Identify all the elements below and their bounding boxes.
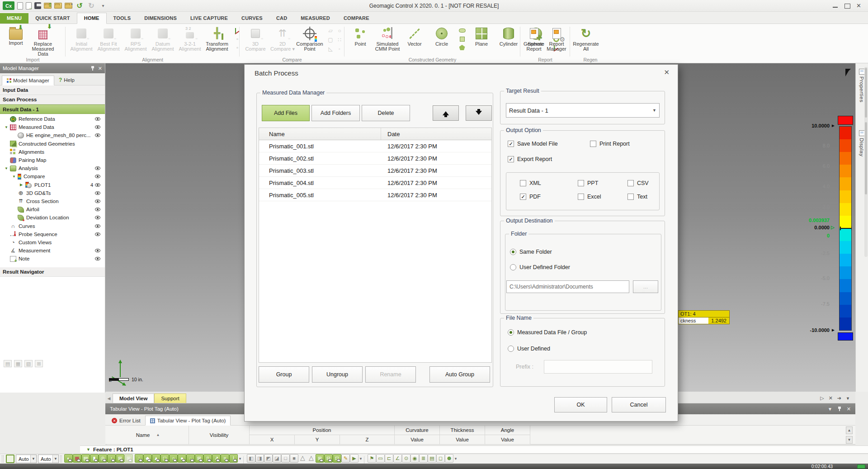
view-tab[interactable]: Model View: [113, 393, 154, 403]
column-visibility[interactable]: Visibility: [189, 426, 250, 445]
toolbar-icon[interactable]: ⊕: [445, 454, 453, 463]
cancel-button[interactable]: Cancel: [612, 397, 666, 412]
toolbar-icon[interactable]: ◨: [255, 454, 264, 463]
measured-data-file-radio[interactable]: Measured Data File / Group: [508, 329, 587, 336]
toolbar-icon[interactable]: ✎: [341, 454, 350, 463]
ribbon-button[interactable]: RPS Alignment: [123, 26, 149, 52]
save-model-file-checkbox[interactable]: Save Model File: [508, 141, 558, 147]
toolbar-icon[interactable]: ◌: [186, 454, 195, 463]
section-input-data[interactable]: Input Data: [0, 85, 105, 95]
qat-icon[interactable]: [54, 3, 62, 9]
tree-item[interactable]: Pairing Map: [0, 156, 105, 164]
toolbar-icon[interactable]: ▤: [428, 454, 436, 463]
tree-item[interactable]: Measured Data: [0, 123, 105, 131]
visibility-eye-icon[interactable]: [95, 257, 100, 261]
column-thickness[interactable]: Thickness: [440, 426, 485, 435]
column-date[interactable]: Date: [381, 131, 400, 137]
toolbar-icon[interactable]: ◧: [247, 454, 255, 463]
colorbar-max-swatch[interactable]: [838, 116, 853, 125]
qat-icon[interactable]: ▾: [99, 1, 108, 10]
visibility-eye-icon[interactable]: [95, 125, 100, 129]
format-checkbox[interactable]: Text: [627, 194, 673, 200]
toolbar-icon[interactable]: ⊡: [333, 454, 341, 463]
ribbon-tab[interactable]: CAD: [269, 13, 294, 24]
ribbon-tab[interactable]: DIMENSIONS: [137, 13, 184, 24]
polygon-icon[interactable]: [458, 44, 466, 51]
tree-item[interactable]: Compare: [0, 172, 105, 180]
ribbon-tab[interactable]: MENU: [0, 13, 28, 24]
toolbar-icon[interactable]: ◉: [410, 454, 419, 463]
ribbon-button[interactable]: 2D Compare ▾: [269, 26, 296, 52]
tree-item[interactable]: Measurement: [0, 246, 105, 255]
toolbar-icon[interactable]: ❘: [229, 454, 238, 463]
toolbar-icon[interactable]: □: [281, 454, 290, 463]
layer-add-icon[interactable]: ▦: [14, 360, 22, 367]
expand-icon[interactable]: [12, 175, 18, 179]
tree-item[interactable]: Alignments: [0, 148, 105, 156]
toolbar-icon[interactable]: ◐: [64, 454, 73, 463]
rename-button[interactable]: Rename: [365, 366, 416, 383]
file-row[interactable]: Prismatic_001.stl 12/6/2017 2:30 PM: [259, 140, 491, 152]
expand-icon[interactable]: [5, 125, 10, 129]
format-checkbox[interactable]: PPT: [578, 180, 627, 186]
side-scrollbar[interactable]: [864, 67, 868, 257]
visibility-eye-icon[interactable]: [95, 208, 100, 211]
compare-extra-icon[interactable]: ◺: [326, 45, 335, 53]
toolbar-icon[interactable]: ◻: [436, 454, 445, 463]
panel-pin-icon[interactable]: [838, 407, 841, 411]
qat-icon[interactable]: [34, 2, 41, 9]
format-checkbox[interactable]: XML: [520, 180, 578, 186]
visibility-eye-icon[interactable]: [95, 232, 100, 236]
visibility-eye-icon[interactable]: [95, 199, 100, 203]
qat-icon[interactable]: Cx: [3, 1, 14, 10]
close-panel-icon[interactable]: ✕: [98, 66, 102, 71]
ribbon-button[interactable]: Replace Measured Data: [30, 26, 56, 57]
ribbon-button[interactable]: Report Manager: [546, 26, 567, 52]
visibility-eye-icon[interactable]: [95, 133, 100, 137]
toolbar-icon[interactable]: ▯: [203, 454, 212, 463]
toolbar-icon[interactable]: ⊞: [195, 454, 203, 463]
column-curvature-value[interactable]: Value: [395, 435, 440, 445]
column-z[interactable]: Z: [340, 435, 395, 445]
layer-settings-icon[interactable]: ⊞: [35, 360, 43, 367]
tree-item[interactable]: PLOT1 4: [0, 181, 105, 189]
prefix-field[interactable]: [544, 360, 652, 374]
expand-icon[interactable]: [20, 183, 25, 187]
tab-help[interactable]: ? Help: [54, 75, 79, 85]
scroll-tabs-right-icon[interactable]: ▷: [820, 395, 824, 401]
toolbar-icon[interactable]: ≣: [419, 454, 428, 463]
view-tab[interactable]: Support: [154, 393, 186, 403]
ribbon-button[interactable]: Point: [347, 26, 373, 47]
toolbar-icon[interactable]: ▾: [238, 455, 242, 463]
file-row[interactable]: Prismatic_002.stl 12/6/2017 2:30 PM: [259, 152, 491, 165]
column-curvature[interactable]: Curvature: [395, 426, 440, 435]
tree-item[interactable]: Analysis: [0, 164, 105, 172]
ribbon-button[interactable]: Import: [3, 26, 29, 46]
toolbar-icon[interactable]: ▾: [453, 455, 458, 463]
toolbar-icon[interactable]: ⚑: [368, 454, 376, 463]
layer-icon[interactable]: ▤: [4, 360, 12, 367]
ribbon-button[interactable]: Best Fit Alignment: [95, 26, 122, 52]
toolbar-icon[interactable]: ≡: [221, 454, 229, 463]
panel-close-icon[interactable]: ✕: [847, 406, 851, 412]
compare-extra-icon[interactable]: ○: [335, 27, 344, 35]
toolbar-icon[interactable]: △: [307, 454, 316, 462]
visibility-eye-icon[interactable]: [95, 216, 100, 219]
delete-button[interactable]: Delete: [362, 105, 410, 121]
toolbar-icon[interactable]: ▮: [90, 454, 99, 463]
expand-icon[interactable]: [5, 166, 10, 171]
visibility-eye-icon[interactable]: [95, 166, 100, 170]
toolbar-icon[interactable]: ⊙: [402, 454, 410, 463]
section-scan-process[interactable]: Scan Process: [0, 95, 105, 104]
tab-tabular-view[interactable]: Tabular View - Plot Tag (Auto): [145, 416, 231, 426]
qat-icon[interactable]: [26, 2, 32, 9]
toolbar-icon[interactable]: ↗: [212, 454, 221, 463]
toolbar-icon[interactable]: ▲: [152, 454, 160, 463]
tree-item[interactable]: Cross Section: [0, 197, 105, 205]
toolbar-icon[interactable]: ⊞: [116, 454, 124, 463]
ribbon-tab[interactable]: COMPARE: [337, 13, 376, 24]
column-position[interactable]: Position: [250, 426, 395, 435]
scroll-tabs-left-icon[interactable]: ◀: [105, 396, 113, 403]
visibility-eye-icon[interactable]: [95, 183, 100, 187]
ribbon-button[interactable]: Comparison Point: [297, 26, 323, 52]
